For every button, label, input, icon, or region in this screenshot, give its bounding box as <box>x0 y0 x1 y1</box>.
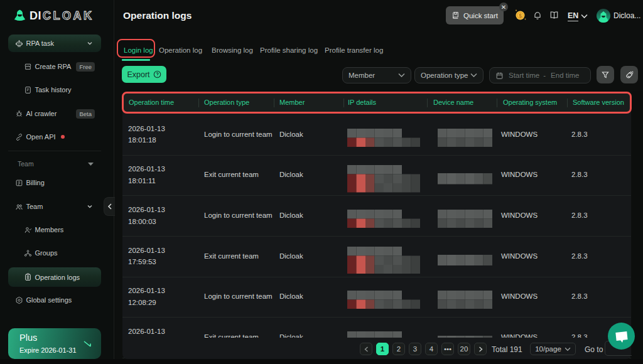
svg-text:$: $ <box>519 13 522 19</box>
